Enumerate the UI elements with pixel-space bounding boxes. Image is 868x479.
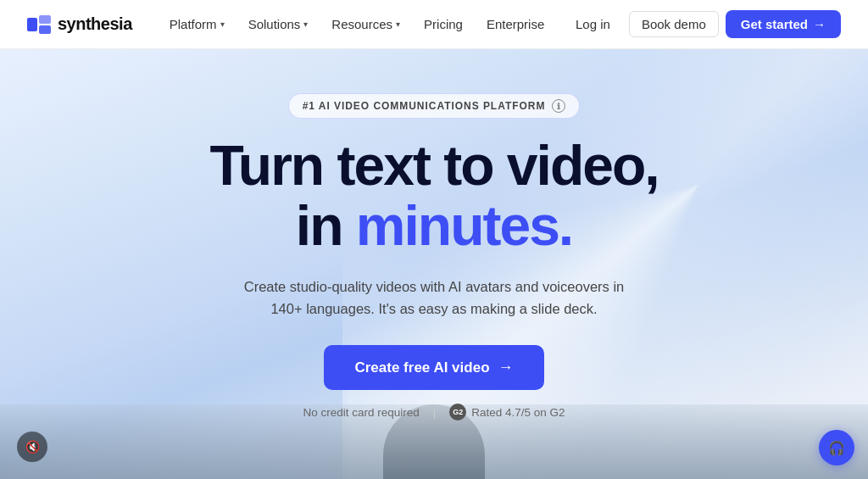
divider: | xyxy=(433,406,437,419)
arrow-icon: → xyxy=(813,17,826,31)
chevron-down-icon: ▾ xyxy=(396,19,400,29)
social-proof: No credit card required | G2 Rated 4.7/5… xyxy=(303,404,565,421)
g2-icon: G2 xyxy=(449,404,466,421)
badge-text: #1 AI VIDEO COMMUNICATIONS PLATFORM xyxy=(303,100,546,112)
nav-item-platform[interactable]: Platform ▾ xyxy=(159,12,235,36)
info-icon[interactable]: ℹ xyxy=(552,99,565,113)
hero-section: #1 AI VIDEO COMMUNICATIONS PLATFORM ℹ Tu… xyxy=(0,49,868,479)
nav-item-pricing[interactable]: Pricing xyxy=(414,12,473,36)
headline-line1: Turn text to video, xyxy=(209,136,658,196)
headline-highlight: minutes. xyxy=(356,194,572,257)
nav-item-resources[interactable]: Resources ▾ xyxy=(321,12,410,36)
navigation: synthesia Platform ▾ Solutions ▾ Resourc… xyxy=(0,0,868,49)
chevron-down-icon: ▾ xyxy=(303,19,308,29)
book-demo-button[interactable]: Book demo xyxy=(629,11,719,37)
headphone-icon: 🎧 xyxy=(828,440,845,456)
headphone-button[interactable]: 🎧 xyxy=(819,430,854,465)
no-credit-card-text: No credit card required xyxy=(303,406,419,419)
svg-rect-0 xyxy=(27,18,37,31)
svg-rect-1 xyxy=(39,15,51,24)
login-button[interactable]: Log in xyxy=(564,12,622,36)
hero-headline: Turn text to video, in minutes. xyxy=(209,136,658,257)
cta-arrow-icon: → xyxy=(498,359,514,376)
cta-button[interactable]: Create free AI video → xyxy=(324,345,543,390)
hero-badge: #1 AI VIDEO COMMUNICATIONS PLATFORM ℹ xyxy=(288,93,581,119)
logo-icon xyxy=(27,15,51,34)
nav-right: Log in Book demo Get started → xyxy=(564,10,841,38)
g2-rating-text: Rated 4.7/5 on G2 xyxy=(471,406,565,419)
logo-text: synthesia xyxy=(58,14,132,34)
hero-subheadline: Create studio-quality videos with AI ava… xyxy=(231,276,637,320)
nav-links: Platform ▾ Solutions ▾ Resources ▾ Prici… xyxy=(159,12,564,36)
mute-icon: 🔇 xyxy=(25,440,40,454)
nav-item-solutions[interactable]: Solutions ▾ xyxy=(238,12,319,36)
chevron-down-icon: ▾ xyxy=(220,19,225,29)
cta-label: Create free AI video xyxy=(354,359,489,376)
mute-button[interactable]: 🔇 xyxy=(17,432,47,462)
headline-line2: in minutes. xyxy=(209,196,658,256)
svg-rect-2 xyxy=(39,25,51,34)
get-started-button[interactable]: Get started → xyxy=(726,10,841,38)
nav-item-enterprise[interactable]: Enterprise xyxy=(476,12,554,36)
g2-badge: G2 Rated 4.7/5 on G2 xyxy=(449,404,565,421)
logo[interactable]: synthesia xyxy=(27,14,132,34)
